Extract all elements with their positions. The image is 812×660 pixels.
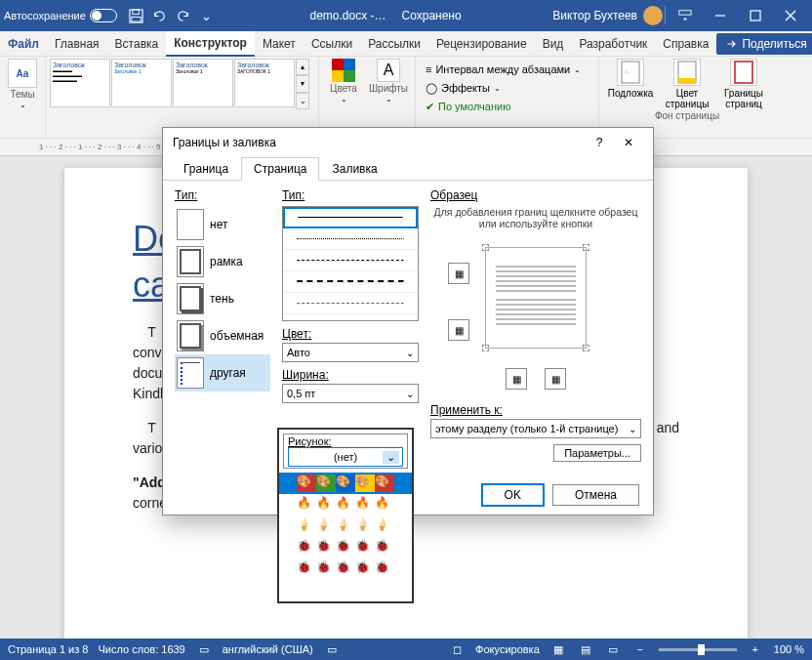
ribbon-options-icon[interactable] [668, 0, 703, 31]
undo-icon[interactable] [148, 4, 172, 27]
fonts-button[interactable]: A Шрифты ⌄ [366, 59, 411, 103]
line-style[interactable] [283, 293, 418, 314]
art-list[interactable]: 🎨🎨🎨🎨🎨 🔥🔥🔥🔥🔥 🍦🍦🍦🍦🍦 🐞🐞🐞🐞🐞 🐞🐞🐞🐞🐞 [279, 473, 412, 601]
tab-view[interactable]: Вид [535, 31, 572, 57]
status-focus[interactable]: Фокусировка [475, 643, 540, 655]
tab-layout[interactable]: Макет [255, 31, 304, 57]
style-card[interactable]: ЗаголовокЗаголовок 1 [111, 59, 172, 107]
apply-to-combo[interactable]: этому разделу (только 1-й странице) [430, 419, 641, 438]
line-style-list[interactable] [282, 206, 419, 321]
line-style[interactable] [283, 228, 418, 250]
style-column: Тип: Цвет: Авто Ширина: 0,5 пт [282, 188, 419, 468]
tab-design[interactable]: Конструктор [166, 31, 255, 57]
page-borders-icon [730, 59, 757, 86]
type-3d[interactable]: объемная [175, 317, 270, 354]
art-option[interactable]: 🐞🐞🐞🐞🐞 [279, 537, 412, 558]
effects-button[interactable]: ◯ Эффекты ⌄ [422, 79, 592, 97]
border-left-button[interactable]: ▦ [506, 368, 527, 390]
spacing-icon: ≡ [426, 63, 431, 75]
zoom-out-button[interactable]: − [631, 643, 649, 655]
qa-dropdown-icon[interactable]: ⌄ [195, 4, 219, 27]
svg-rect-3 [679, 11, 691, 15]
border-right-button[interactable]: ▦ [545, 368, 566, 390]
view-print-icon[interactable]: ▦ [549, 643, 567, 656]
style-card[interactable]: Заголовок▬▬▬▬▬▬▬▬▬▬▬▬▬▬▬ [50, 59, 110, 107]
group-document-formatting: Заголовок▬▬▬▬▬▬▬▬▬▬▬▬▬▬▬ ЗаголовокЗаголо… [46, 57, 319, 138]
paragraph-spacing-button[interactable]: ≡ Интервал между абзацами ⌄ [422, 61, 592, 78]
style-card[interactable]: ЗаголовокЗаголовок 1 [173, 59, 233, 107]
macro-icon[interactable]: ▭ [323, 643, 341, 656]
status-page[interactable]: Страница 1 из 8 [8, 643, 88, 655]
colors-button[interactable]: Цвета ⌄ [323, 59, 364, 103]
style-gallery[interactable]: Заголовок▬▬▬▬▬▬▬▬▬▬▬▬▬▬▬ ЗаголовокЗаголо… [50, 59, 309, 109]
type-none[interactable]: нет [175, 206, 270, 243]
zoom-in-button[interactable]: + [747, 643, 764, 655]
art-label: Рисунок: [288, 435, 403, 447]
watermark-button[interactable]: A Подложка [603, 59, 658, 109]
width-combo[interactable]: 0,5 пт [282, 384, 419, 403]
tab-file[interactable]: Файл [0, 31, 47, 57]
tab-references[interactable]: Ссылки [304, 31, 360, 57]
page-color-button[interactable]: Цвет страницы [660, 59, 714, 109]
cancel-button[interactable]: Отмена [552, 484, 639, 506]
line-style[interactable] [283, 207, 418, 228]
line-style[interactable] [283, 250, 418, 271]
status-bar: Страница 1 из 8 Число слов: 1639 ▭ англи… [0, 639, 812, 660]
spellcheck-icon[interactable]: ▭ [195, 643, 213, 656]
ok-button[interactable]: OK [481, 483, 545, 507]
style-card[interactable]: ЗаголовокЗАГОЛОВОК 1 [234, 59, 295, 107]
zoom-slider[interactable] [659, 648, 737, 651]
gallery-more[interactable]: ▴▾⌄ [296, 59, 309, 109]
svg-rect-5 [751, 11, 760, 21]
status-words[interactable]: Число слов: 1639 [98, 643, 184, 655]
art-option[interactable]: 🐞🐞🐞🐞🐞 [279, 558, 412, 580]
border-top-button[interactable]: ▦ [448, 263, 469, 284]
close-button[interactable] [773, 0, 808, 31]
user-account[interactable]: Виктор Бухтеев [552, 6, 663, 25]
zoom-level[interactable]: 100 % [774, 643, 804, 655]
page-borders-button[interactable]: Границы страниц [716, 59, 771, 109]
set-default-button[interactable]: ✔ По умолчанию [422, 98, 592, 115]
setting-column: Тип: нет рамка тень объемная другая [175, 188, 270, 468]
type-box[interactable]: рамка [175, 243, 270, 280]
tab-insert[interactable]: Вставка [107, 31, 167, 57]
view-web-icon[interactable]: ▭ [604, 643, 622, 656]
art-option[interactable]: 🎨🎨🎨🎨🎨 [279, 473, 412, 494]
help-button[interactable]: ? [585, 136, 614, 149]
tab-home[interactable]: Главная [47, 31, 107, 57]
status-language[interactable]: английский (США) [223, 643, 313, 655]
tab-review[interactable]: Рецензирование [428, 31, 535, 57]
art-combo[interactable]: (нет) [288, 447, 403, 467]
border-bottom-button[interactable]: ▦ [448, 319, 469, 341]
preview-canvas[interactable]: ▦ ▦ [430, 237, 641, 364]
preview-page[interactable] [485, 247, 587, 349]
tab-developer[interactable]: Разработчик [571, 31, 655, 57]
maximize-button[interactable] [738, 0, 773, 31]
line-style[interactable] [283, 271, 418, 293]
share-button[interactable]: Поделиться [716, 33, 812, 55]
tab-fill[interactable]: Заливка [319, 157, 389, 181]
tab-mailings[interactable]: Рассылки [360, 31, 428, 57]
tab-border[interactable]: Граница [171, 157, 241, 181]
effects-icon: ◯ [426, 82, 437, 95]
options-button[interactable]: Параметры... [553, 444, 641, 462]
color-combo[interactable]: Авто [282, 343, 419, 362]
type-shadow[interactable]: тень [175, 280, 270, 317]
tab-page[interactable]: Страница [241, 157, 319, 181]
tab-help[interactable]: Справка [655, 31, 716, 57]
minimize-button[interactable] [703, 0, 738, 31]
focus-icon[interactable]: ◻ [448, 643, 466, 656]
save-icon[interactable] [125, 4, 148, 27]
type-custom[interactable]: другая [175, 354, 270, 392]
themes-button[interactable]: Aa Темы ⌄ [4, 59, 41, 109]
view-read-icon[interactable]: ▤ [577, 643, 594, 656]
group-themes: Aa Темы ⌄ [0, 57, 46, 138]
sample-hint: Для добавления границ щелкните образец и… [430, 206, 641, 229]
art-option[interactable]: 🔥🔥🔥🔥🔥 [279, 494, 412, 516]
toggle-switch[interactable] [90, 9, 117, 22]
art-option[interactable]: 🍦🍦🍦🍦🍦 [279, 516, 412, 537]
redo-icon[interactable] [172, 4, 195, 27]
autosave-toggle[interactable]: Автосохранение [4, 9, 117, 22]
color-label: Цвет: [282, 327, 419, 341]
dialog-close-button[interactable]: ✕ [614, 136, 643, 149]
